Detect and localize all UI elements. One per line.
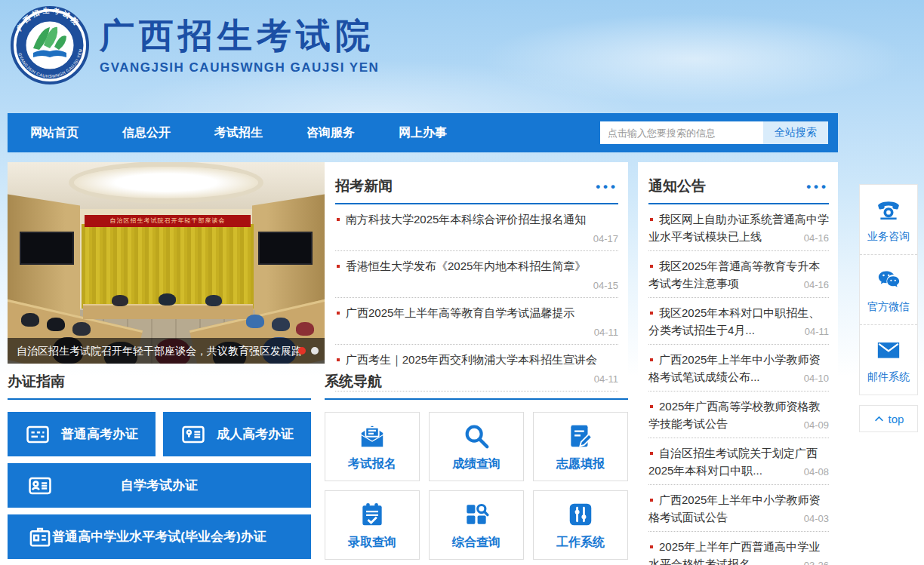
notice-item[interactable]: 广西2025年上半年中小学教师资格考试笔试成绩公布... 04-10	[648, 345, 829, 392]
carousel-dot[interactable]	[298, 347, 306, 355]
bullet-icon	[337, 265, 340, 268]
bullet-icon	[650, 358, 653, 361]
notices-panel: 通知公告 ••• 我区网上自助办证系统普通高中学业水平考试模块已上线 04-16…	[638, 162, 838, 564]
sidebar-item[interactable]: 业务咨询	[860, 185, 917, 254]
sysnav-cell[interactable]: 工作系统	[533, 490, 628, 560]
wechat-icon	[876, 267, 901, 293]
sysnav-cell[interactable]: 成绩查询	[429, 412, 524, 481]
news-date: 04-11	[335, 327, 618, 338]
sidebar-item[interactable]: 邮件系统	[860, 324, 917, 395]
nav-item[interactable]: 信息公开	[122, 125, 171, 141]
bullet-icon	[650, 545, 653, 548]
notice-date: 04-11	[802, 326, 829, 337]
guide-section: 办证指南 普通高考办证 成人高考办证 自学考试办证	[8, 372, 311, 559]
bullet-icon	[650, 265, 653, 268]
header: 广西招生考试院 GVANGJSIH CAUHSWNGH GAUJSI YEN 广…	[11, 6, 379, 84]
person-card-icon	[27, 473, 53, 499]
sysnav-title: 系统导航	[325, 372, 382, 392]
notice-list: 我区网上自助办证系统普通高中学业水平考试模块已上线 04-16 我区2025年普…	[648, 204, 829, 565]
news-date: 04-15	[335, 280, 618, 291]
search-input[interactable]	[600, 121, 763, 144]
guide-button[interactable]: 自学考试办证	[8, 463, 311, 508]
notice-date: 04-16	[801, 232, 829, 244]
sysnav-cell[interactable]: 考试报名	[325, 412, 420, 481]
tv-screen	[20, 232, 74, 265]
notice-date: 04-10	[801, 373, 829, 384]
carousel-dot[interactable]	[311, 347, 319, 355]
bullet-icon	[337, 312, 340, 315]
news-title: 招考新闻	[335, 177, 393, 196]
conference-banner: 自治区招生考试院召开年轻干部座谈会	[85, 215, 251, 227]
edit-doc-icon	[566, 422, 595, 450]
notice-item[interactable]: 我区2025年本科对口中职招生、分类考试招生于4月... 04-11	[648, 298, 829, 345]
tv-screen	[258, 232, 313, 265]
notice-date: 04-09	[801, 419, 829, 431]
guide-underline	[8, 398, 311, 400]
bullet-icon	[650, 405, 653, 408]
bullet-icon	[337, 358, 340, 361]
sysnav-grid: 考试报名 成绩查询 志愿填报 录取查询	[325, 412, 628, 560]
badge-icon	[27, 524, 53, 550]
floating-sidebar: 业务咨询 官方微信 邮件系统	[859, 184, 918, 395]
notice-item[interactable]: 2025年广西高等学校教师资格教学技能考试公告 04-09	[648, 392, 829, 438]
phone-icon	[876, 197, 901, 223]
idcard-icon	[180, 422, 206, 447]
notice-item[interactable]: 广西2025年上半年中小学教师资格考试面试公告 04-03	[648, 485, 829, 532]
bullet-icon	[337, 218, 340, 221]
chevron-up-icon	[873, 413, 885, 425]
site-search-button[interactable]: 全站搜索	[763, 121, 828, 144]
news-date: 04-17	[335, 233, 618, 244]
notice-date: 03-26	[801, 560, 829, 565]
guide-button[interactable]: 普通高中学业水平考试(毕业会考)办证	[8, 514, 311, 559]
grid-search-icon	[462, 500, 491, 529]
site-title: 广西招生考试院	[100, 14, 379, 59]
bullet-icon	[650, 452, 653, 455]
guide-buttons: 普通高考办证 成人高考办证 自学考试办证 普通高中学业水平考试(毕业会考)办证	[8, 412, 311, 559]
news-item[interactable]: 广西2025年上半年高等教育自学考试温馨提示 04-11	[335, 298, 618, 345]
sliders-icon	[566, 500, 595, 529]
notice-item[interactable]: 我区网上自助办证系统普通高中学业水平考试模块已上线 04-16	[648, 204, 829, 251]
search-box: 全站搜索	[600, 121, 828, 144]
bullet-icon	[650, 499, 653, 502]
notice-item[interactable]: 我区2025年普通高等教育专升本考试考生注意事项 04-16	[648, 251, 829, 298]
guide-button[interactable]: 成人高考办证	[163, 412, 311, 456]
bullet-icon	[650, 312, 653, 315]
notices-title: 通知公告	[648, 177, 706, 196]
notice-date: 04-16	[801, 279, 829, 290]
nav-item[interactable]: 考试招生	[214, 125, 263, 141]
news-list: 南方科技大学2025年本科综合评价招生报名通知 04-17 香港恒生大学发布《2…	[335, 204, 618, 392]
site-subtitle: GVANGJSIH CAUHSWNGH GAUJSI YEN	[100, 60, 379, 75]
search-icon	[462, 422, 491, 450]
news-more-button[interactable]: •••	[596, 180, 618, 193]
brand-text: 广西招生考试院 GVANGJSIH CAUHSWNGH GAUJSI YEN	[100, 6, 379, 75]
carousel-indicators	[298, 347, 319, 355]
notice-date: 04-03	[801, 513, 829, 524]
page: 广西招生考试院 GVANGJSIH CAUHSWNGH GAUJSI YEN 广…	[0, 0, 924, 565]
sysnav-cell[interactable]: 录取查询	[325, 490, 420, 560]
guide-button[interactable]: 普通高考办证	[8, 412, 156, 456]
back-to-top-button[interactable]: top	[859, 405, 918, 432]
nav-item[interactable]: 网站首页	[30, 125, 79, 141]
bullet-icon	[650, 218, 653, 221]
news-item[interactable]: 南方科技大学2025年本科综合评价招生报名通知 04-17	[335, 204, 618, 251]
mail-open-icon	[358, 422, 387, 450]
carousel[interactable]: 自治区招生考试院召开年轻干部座谈会 自治区招生考试院召开年轻干部座谈会，共议教育…	[8, 162, 325, 364]
nav-items: 网站首页 信息公开 考试招生 咨询服务 网上办事	[30, 125, 447, 141]
sysnav-cell[interactable]: 综合查询	[429, 490, 524, 560]
sysnav-cell[interactable]: 志愿填报	[533, 412, 628, 481]
notice-item[interactable]: 自治区招生考试院关于划定广西2025年本科对口中职... 04-08	[648, 438, 829, 485]
clipboard-check-icon	[358, 500, 387, 529]
guide-title: 办证指南	[8, 372, 65, 392]
main-navbar: 网站首页 信息公开 考试招生 咨询服务 网上办事 全站搜索	[8, 113, 838, 152]
sysnav-section: 系统导航 考试报名 成绩查询 志愿填报	[325, 372, 628, 560]
notices-more-button[interactable]: •••	[806, 180, 829, 193]
news-panel: 招考新闻 ••• 南方科技大学2025年本科综合评价招生报名通知 04-17 香…	[325, 162, 628, 395]
sidebar-item[interactable]: 官方微信	[860, 254, 917, 324]
nav-item[interactable]: 咨询服务	[306, 125, 355, 141]
site-logo[interactable]: 广西招生考试院 GVANGJSIH CAUHSWNGH GAUJSI YEN	[11, 6, 89, 84]
news-item[interactable]: 香港恒生大学发布《2025年内地本科招生简章》 04-15	[335, 251, 618, 298]
carousel-caption: 自治区招生考试院召开年轻干部座谈会，共议教育强区发展路	[8, 338, 325, 364]
nav-item[interactable]: 网上办事	[399, 125, 447, 141]
notice-item[interactable]: 2025年上半年广西普通高中学业水平合格性考试报名... 03-26	[648, 532, 829, 565]
card-icon	[25, 422, 51, 447]
